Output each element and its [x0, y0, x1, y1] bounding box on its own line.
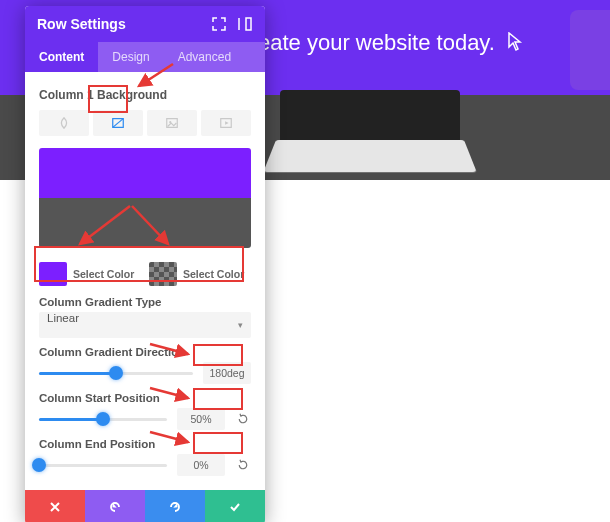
field-gradient-type: Column Gradient Type Linear	[39, 296, 251, 338]
tab-design[interactable]: Design	[98, 42, 163, 72]
select-color-label: Select Color	[183, 268, 244, 280]
section-label-bg: Column 1 Background	[39, 88, 251, 102]
hero-laptop	[270, 90, 470, 180]
svg-rect-0	[246, 18, 251, 30]
gradient-preview	[39, 148, 251, 248]
bg-type-color[interactable]	[39, 110, 89, 136]
gradient-color-1[interactable]: Select Color	[39, 262, 141, 286]
bg-type-gradient[interactable]	[93, 110, 143, 136]
select-color-label: Select Color	[73, 268, 134, 280]
snap-icon[interactable]	[237, 16, 253, 32]
bg-type-video[interactable]	[201, 110, 251, 136]
hero-decor	[570, 10, 610, 90]
slider-start-position[interactable]	[39, 418, 167, 421]
reset-start-position[interactable]	[235, 411, 251, 427]
gradient-colors: Select Color Select Color	[39, 262, 251, 286]
value-end-position[interactable]: 0%	[177, 454, 225, 476]
gradient-color-2[interactable]: Select Color	[149, 262, 251, 286]
row-settings-panel: Row Settings Content Design Advanced Col…	[25, 6, 265, 522]
label-gradient-direction: Column Gradient Direction	[39, 346, 251, 358]
cancel-button[interactable]	[25, 490, 85, 522]
save-button[interactable]	[205, 490, 265, 522]
bg-type-row	[39, 110, 251, 136]
field-gradient-direction: Column Gradient Direction 180deg	[39, 346, 251, 384]
swatch-1[interactable]	[39, 262, 67, 286]
field-start-position: Column Start Position 50%	[39, 392, 251, 430]
value-gradient-direction[interactable]: 180deg	[203, 362, 251, 384]
tab-content[interactable]: Content	[25, 42, 98, 72]
select-gradient-type[interactable]: Linear	[39, 312, 251, 338]
hero-headline: eate your website today.	[258, 30, 523, 58]
label-end-position: Column End Position	[39, 438, 251, 450]
slider-end-position[interactable]	[39, 464, 167, 467]
reset-end-position[interactable]	[235, 457, 251, 473]
label-start-position: Column Start Position	[39, 392, 251, 404]
field-end-position: Column End Position 0%	[39, 438, 251, 476]
cursor-icon	[507, 32, 523, 58]
expand-icon[interactable]	[211, 16, 227, 32]
tab-advanced[interactable]: Advanced	[164, 42, 245, 72]
label-gradient-type: Column Gradient Type	[39, 296, 251, 308]
value-start-position[interactable]: 50%	[177, 408, 225, 430]
panel-title: Row Settings	[37, 16, 201, 32]
undo-button[interactable]	[85, 490, 145, 522]
panel-footer	[25, 490, 265, 522]
slider-gradient-direction[interactable]	[39, 372, 193, 375]
swatch-2[interactable]	[149, 262, 177, 286]
redo-button[interactable]	[145, 490, 205, 522]
panel-header[interactable]: Row Settings	[25, 6, 265, 42]
panel-tabs: Content Design Advanced	[25, 42, 265, 72]
bg-type-image[interactable]	[147, 110, 197, 136]
